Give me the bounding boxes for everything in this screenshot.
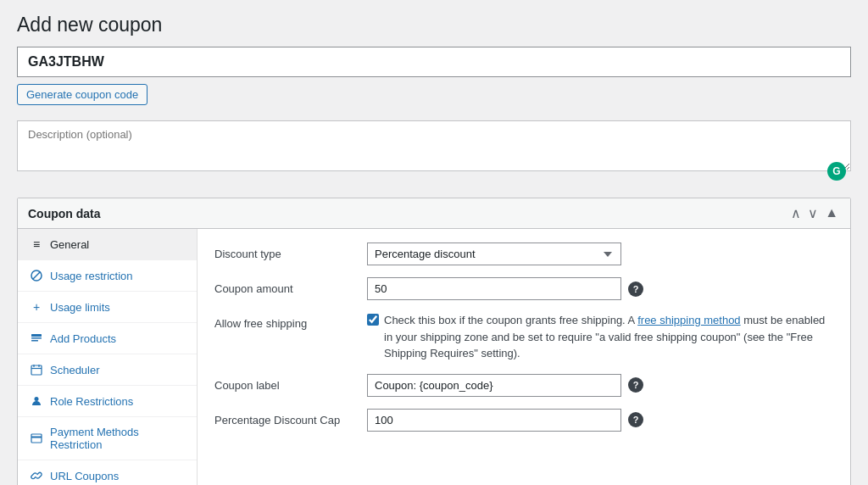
- sidebar-item-label-add-products: Add Products: [50, 332, 116, 345]
- content-area: Discount type Percentage discount Fixed …: [198, 229, 850, 485]
- sidebar-item-label-usage-limits: Usage limits: [50, 301, 110, 314]
- allow-free-shipping-row: Allow free shipping Check this box if th…: [214, 312, 833, 362]
- coupon-label-row: Coupon label ?: [214, 374, 833, 397]
- sidebar-item-usage-restriction[interactable]: Usage restriction: [18, 260, 197, 292]
- coupon-amount-input[interactable]: [367, 277, 621, 300]
- coupon-amount-control: ?: [367, 277, 833, 300]
- coupon-code-input[interactable]: [17, 47, 851, 77]
- url-coupons-icon: [30, 469, 43, 482]
- coupon-data-body: ≡ General Usage restriction + Usage limi…: [18, 229, 850, 485]
- generate-coupon-button[interactable]: Generate coupon code: [17, 84, 147, 105]
- coupon-label-control: ?: [367, 374, 833, 397]
- svg-line-1: [33, 272, 41, 280]
- allow-free-shipping-label: Allow free shipping: [214, 312, 367, 330]
- percentage-discount-cap-help-icon[interactable]: ?: [628, 412, 643, 427]
- collapse-down-icon[interactable]: ∨: [806, 205, 820, 221]
- svg-rect-4: [31, 340, 38, 342]
- coupon-label-input[interactable]: [367, 374, 621, 397]
- sidebar-item-label-role-restrictions: Role Restrictions: [50, 395, 133, 408]
- sidebar-item-label-usage-restriction: Usage restriction: [50, 270, 133, 282]
- sidebar-item-add-products[interactable]: Add Products: [18, 323, 197, 354]
- svg-rect-10: [31, 434, 42, 443]
- free-shipping-checkbox-row: Check this box if the coupon grants free…: [367, 312, 833, 362]
- coupon-label-label: Coupon label: [214, 374, 367, 392]
- discount-type-select[interactable]: Percentage discount Fixed cart discount …: [367, 242, 621, 265]
- sidebar-item-scheduler[interactable]: Scheduler: [18, 354, 197, 386]
- page-title: Add new coupon: [17, 14, 851, 36]
- sidebar-item-usage-limits[interactable]: + Usage limits: [18, 292, 197, 323]
- sidebar-item-label-payment-methods: Payment Methods Restriction: [50, 426, 185, 451]
- coupon-data-box: Coupon data ∧ ∨ ▲ ≡ General: [17, 198, 851, 485]
- percentage-discount-cap-row: Percentage Discount Cap ?: [214, 409, 833, 432]
- coupon-data-header: Coupon data ∧ ∨ ▲: [18, 198, 850, 229]
- header-controls: ∧ ∨ ▲: [789, 205, 840, 221]
- svg-rect-11: [31, 437, 42, 438]
- sidebar-item-label-general: General: [50, 238, 89, 251]
- free-shipping-method-link[interactable]: free shipping method: [637, 314, 740, 326]
- percentage-discount-cap-control: ?: [367, 409, 833, 432]
- allow-free-shipping-checkbox[interactable]: [367, 314, 379, 326]
- role-restrictions-icon: [30, 394, 43, 408]
- general-icon: ≡: [30, 237, 43, 251]
- svg-rect-2: [31, 334, 42, 337]
- sidebar-item-label-url-coupons: URL Coupons: [50, 470, 119, 482]
- collapse-up-icon[interactable]: ∧: [789, 205, 803, 221]
- sidebar-item-role-restrictions[interactable]: Role Restrictions: [18, 386, 197, 417]
- sidebar-item-general[interactable]: ≡ General: [18, 229, 197, 260]
- sidebar-nav: ≡ General Usage restriction + Usage limi…: [18, 229, 198, 485]
- payment-methods-icon: [30, 432, 43, 445]
- page-wrapper: Add new coupon Generate coupon code G Co…: [0, 0, 868, 485]
- description-input[interactable]: [17, 120, 851, 171]
- sidebar-item-url-coupons[interactable]: URL Coupons: [18, 460, 197, 485]
- collapse-icon[interactable]: ▲: [823, 205, 840, 221]
- svg-rect-5: [31, 365, 42, 375]
- coupon-amount-label: Coupon amount: [214, 277, 367, 295]
- sidebar-item-payment-methods[interactable]: Payment Methods Restriction: [18, 417, 197, 460]
- svg-rect-3: [31, 337, 42, 339]
- sidebar-item-label-scheduler: Scheduler: [50, 364, 100, 376]
- allow-free-shipping-control: Check this box if the coupon grants free…: [367, 312, 833, 362]
- scheduler-icon: [30, 363, 43, 376]
- discount-type-label: Discount type: [214, 242, 367, 260]
- description-wrapper: G: [17, 120, 851, 186]
- percentage-discount-cap-input[interactable]: [367, 409, 621, 432]
- grammarly-icon: G: [827, 162, 846, 181]
- usage-limits-icon: +: [30, 300, 43, 314]
- add-products-icon: [30, 332, 43, 345]
- coupon-amount-help-icon[interactable]: ?: [628, 282, 643, 297]
- free-shipping-description: Check this box if the coupon grants free…: [384, 312, 833, 362]
- coupon-label-help-icon[interactable]: ?: [628, 377, 643, 393]
- usage-restriction-icon: [30, 269, 43, 282]
- discount-type-row: Discount type Percentage discount Fixed …: [214, 242, 833, 265]
- coupon-amount-row: Coupon amount ?: [214, 277, 833, 300]
- discount-type-control: Percentage discount Fixed cart discount …: [367, 242, 833, 265]
- svg-point-9: [35, 397, 39, 401]
- percentage-discount-cap-label: Percentage Discount Cap: [214, 409, 367, 426]
- coupon-data-title: Coupon data: [28, 207, 101, 220]
